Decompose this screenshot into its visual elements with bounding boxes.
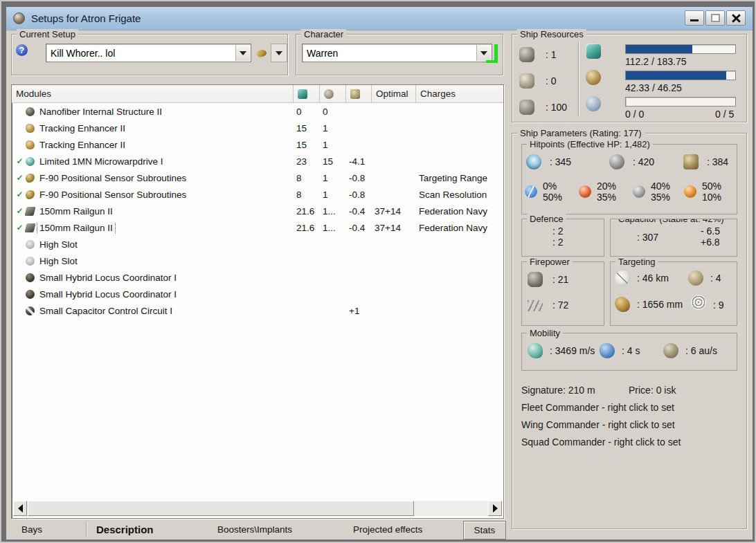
- tab-projected-effects[interactable]: Projected effects: [353, 524, 422, 535]
- warp-speed-icon: [663, 343, 678, 358]
- scan-resolution-icon: [615, 297, 630, 312]
- maximize-button[interactable]: [705, 10, 725, 26]
- optimal-column-header[interactable]: Optimal: [371, 85, 415, 102]
- drone-bar: [625, 97, 736, 107]
- charges-column-header[interactable]: Charges: [415, 85, 503, 102]
- table-row[interactable]: High Slot: [12, 252, 503, 269]
- module-name: Small Hybrid Locus Coordinator I: [37, 272, 179, 284]
- table-row[interactable]: ✓F-90 Positional Sensor Subroutines 81-0…: [12, 186, 503, 203]
- modules-panel: Modules Optimal Charges Nanofiber Intern…: [11, 84, 504, 519]
- drone-icon: [586, 96, 601, 111]
- table-row[interactable]: Small Hybrid Locus Coordinator I: [12, 286, 503, 302]
- kinetic-resist-icon: [633, 185, 645, 198]
- character-group: Character Warren: [296, 34, 503, 75]
- max-velocity: : 3469 m/s: [528, 343, 595, 358]
- scroll-left-icon: [18, 504, 23, 513]
- maximize-icon: [711, 14, 720, 22]
- table-row[interactable]: Tracking Enhancer II 151: [12, 120, 503, 136]
- module-name: 150mm Railgun II: [37, 222, 115, 234]
- shield-icon: [526, 154, 541, 169]
- module-name: Tracking Enhancer II: [37, 139, 127, 151]
- setup-menu-button[interactable]: [271, 44, 287, 62]
- modules-column-header[interactable]: Modules: [12, 85, 293, 102]
- module-name: Limited 1MN Microwarpdrive I: [37, 156, 165, 167]
- setup-select-dropdown-button[interactable]: [235, 45, 250, 61]
- explosive-resist-icon: [684, 185, 696, 198]
- ship-parameters-group: Ship Parameters (Rating: 177) Hitpoints …: [512, 133, 747, 529]
- scrollbar-thumb[interactable]: [28, 501, 414, 516]
- scroll-left-button[interactable]: [13, 501, 27, 516]
- title-bar[interactable]: Setups for Atron Frigate: [6, 7, 753, 30]
- module-name: Small Hybrid Locus Coordinator I: [37, 288, 179, 300]
- window-title: Setups for Atron Frigate: [31, 12, 141, 24]
- active-check-icon: ✓: [14, 173, 26, 183]
- tab-description[interactable]: Description: [96, 524, 154, 535]
- table-row[interactable]: Small Capacitor Control Circuit I +1: [12, 302, 503, 319]
- character-select-dropdown-button[interactable]: [476, 45, 491, 61]
- module-name: 150mm Railgun II: [37, 205, 115, 217]
- module-name: High Slot: [37, 255, 80, 267]
- turret-dps: : 21: [528, 272, 568, 287]
- help-icon[interactable]: ?: [16, 44, 28, 56]
- table-row[interactable]: High Slot: [12, 236, 503, 252]
- tab-bays[interactable]: Bays: [21, 524, 42, 535]
- scroll-right-button[interactable]: [488, 501, 502, 516]
- scan-resolution: : 1656 mm: [615, 297, 683, 312]
- table-row[interactable]: Small Hybrid Locus Coordinator I: [12, 269, 503, 286]
- capacitor-value: : 307: [637, 232, 658, 243]
- kinetic-resist: 40%35%: [633, 181, 670, 203]
- character-select-value: Warren: [307, 48, 338, 59]
- table-row-selected[interactable]: ✓150mm Railgun II 21.61...-0.437+14Feder…: [12, 219, 503, 236]
- module-name: Nanofiber Internal Structure II: [37, 106, 164, 118]
- rig-icon: [26, 273, 35, 282]
- scroll-right-icon: [493, 504, 498, 513]
- module-name: Small Capacitor Control Circuit I: [37, 305, 174, 317]
- structure-icon: [683, 154, 699, 169]
- active-check-icon: ✓: [14, 223, 26, 232]
- cpu-column-header[interactable]: [293, 85, 319, 102]
- nanofiber-structure-icon: [26, 107, 35, 116]
- character-label: Character: [301, 29, 346, 39]
- structure-hp: : 384: [683, 154, 728, 169]
- table-row[interactable]: ✓150mm Railgun II 21.61...-0.437+14Feder…: [12, 203, 503, 219]
- setup-tools-button[interactable]: [254, 44, 269, 62]
- modules-table-body: Nanofiber Internal Structure II 00 Track…: [12, 103, 503, 319]
- turret-damage-icon: [528, 272, 543, 287]
- ship-resources-group: Ship Resources : 1 : 0 : 100 112.2 / 183…: [512, 34, 747, 122]
- tab-stats[interactable]: Stats: [463, 521, 506, 540]
- table-row[interactable]: Nanofiber Internal Structure II 00: [12, 103, 503, 120]
- table-row[interactable]: ✓F-90 Positional Sensor Subroutines 81-0…: [12, 169, 503, 186]
- targeting-label: Targeting: [615, 257, 658, 267]
- skills-loaded-indicator: [494, 44, 498, 63]
- mobility-label: Mobility: [527, 328, 563, 338]
- setup-select[interactable]: Kill Whorer.. lol: [46, 44, 251, 62]
- high-slot-icon: [26, 257, 35, 266]
- explosive-resist: 50%10%: [684, 181, 721, 203]
- horizontal-scrollbar[interactable]: [13, 501, 502, 516]
- capacitor-icon: [350, 89, 360, 99]
- firepower-label: Firepower: [527, 257, 573, 267]
- minimize-button[interactable]: [685, 10, 704, 26]
- active-check-icon: ✓: [14, 190, 26, 199]
- chevron-down-icon: [240, 51, 246, 55]
- squad-commander-slot[interactable]: Squad Commander - right click to set: [521, 436, 681, 448]
- cpu-icon: [586, 44, 601, 59]
- close-button[interactable]: [726, 10, 746, 26]
- character-select[interactable]: Warren: [302, 44, 492, 62]
- table-row[interactable]: ✓Limited 1MN Microwarpdrive I 2315-4.1: [12, 153, 503, 169]
- module-name: High Slot: [37, 239, 80, 250]
- table-row[interactable]: Tracking Enhancer II 151: [12, 136, 503, 153]
- align-time-icon: [600, 343, 615, 358]
- shield-hp: : 345: [526, 154, 571, 169]
- capacitor-group: Capacitor (Stable at: 42%) : 307 - 6.5+6…: [610, 219, 737, 257]
- capacitor-column-header[interactable]: [345, 85, 371, 102]
- max-velocity-icon: [528, 343, 543, 358]
- targeting-range: : 46 km: [615, 270, 669, 286]
- missile-dps: : 72: [528, 298, 568, 311]
- powergrid-column-header[interactable]: [319, 85, 345, 102]
- module-name: Tracking Enhancer II: [37, 122, 127, 134]
- tab-boosters-implants[interactable]: Boosters\Implants: [217, 524, 292, 535]
- capacitor-rig-icon: [26, 306, 35, 315]
- fleet-commander-slot[interactable]: Fleet Commander - right click to set: [521, 402, 674, 413]
- wing-commander-slot[interactable]: Wing Commander - right click to set: [521, 419, 675, 430]
